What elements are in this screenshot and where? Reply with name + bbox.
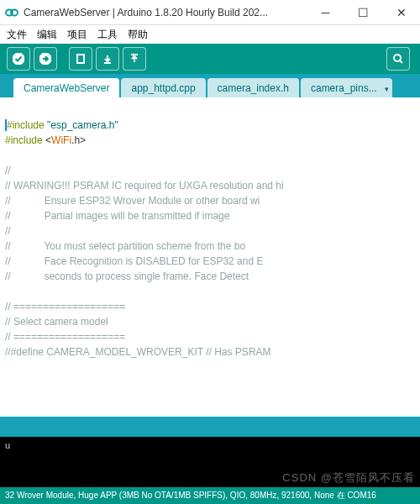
tab-dropdown-icon[interactable]: ▾ bbox=[385, 85, 389, 93]
save-button[interactable] bbox=[123, 47, 146, 71]
tab-app-httpd[interactable]: app_httpd.cpp bbox=[121, 78, 205, 98]
console-header bbox=[0, 417, 420, 437]
menu-edit[interactable]: 编辑 bbox=[34, 26, 60, 44]
status-bar: 32 Wrover Module, Huge APP (3MB No OTA/1… bbox=[0, 487, 420, 504]
menu-sketch[interactable]: 项目 bbox=[64, 26, 91, 44]
close-button[interactable]: ✕ bbox=[382, 0, 420, 25]
maximize-button[interactable]: ☐ bbox=[344, 0, 382, 25]
console-line: u bbox=[5, 440, 415, 450]
title-bar: CameraWebServer | Arduino 1.8.20 Hourly … bbox=[0, 0, 420, 25]
tab-camera-index[interactable]: camera_index.h bbox=[207, 78, 299, 98]
tab-camerawebserver[interactable]: CameraWebServer bbox=[13, 78, 119, 98]
svg-rect-4 bbox=[77, 55, 84, 63]
tab-bar: CameraWebServer app_httpd.cpp camera_ind… bbox=[0, 74, 420, 97]
open-button[interactable] bbox=[96, 47, 119, 71]
serial-monitor-button[interactable] bbox=[386, 47, 410, 71]
arduino-logo-icon bbox=[5, 6, 18, 19]
window-title: CameraWebServer | Arduino 1.8.20 Hourly … bbox=[24, 7, 307, 18]
menu-bar: 文件 编辑 项目 工具 帮助 bbox=[0, 25, 420, 44]
menu-tools[interactable]: 工具 bbox=[94, 26, 121, 44]
menu-file[interactable]: 文件 bbox=[3, 26, 30, 44]
menu-help[interactable]: 帮助 bbox=[124, 26, 151, 44]
tab-camera-pins[interactable]: camera_pins...▾ bbox=[301, 78, 392, 98]
code-editor[interactable]: #include "esp_camera.h" #include <WiFi.h… bbox=[0, 97, 420, 417]
new-button[interactable] bbox=[69, 47, 92, 71]
console-output[interactable]: u bbox=[0, 437, 420, 487]
upload-button[interactable] bbox=[34, 47, 57, 71]
svg-line-6 bbox=[400, 60, 402, 63]
svg-point-5 bbox=[394, 55, 401, 61]
status-text: 32 Wrover Module, Huge APP (3MB No OTA/1… bbox=[5, 490, 376, 501]
minimize-button[interactable]: ─ bbox=[307, 0, 344, 25]
toolbar bbox=[0, 44, 420, 74]
verify-button[interactable] bbox=[7, 47, 30, 71]
